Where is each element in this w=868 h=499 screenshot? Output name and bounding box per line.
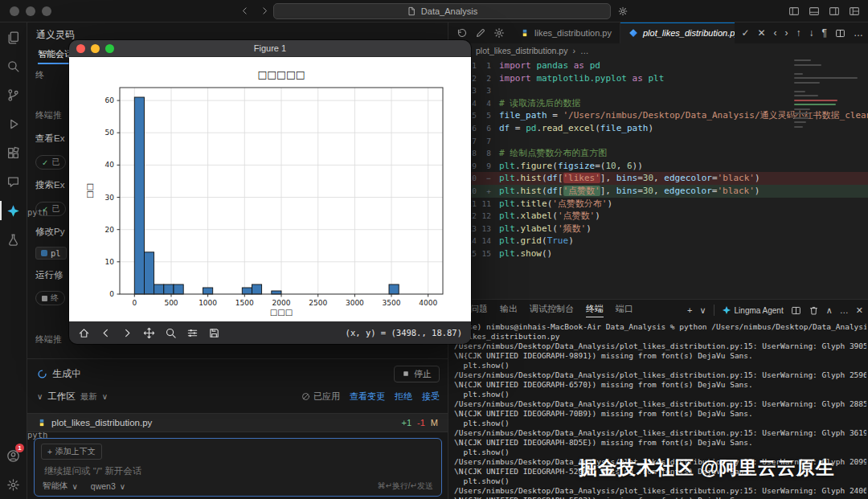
panel-tab-3[interactable]: 调试控制台 bbox=[530, 303, 574, 317]
activity-item-extensions[interactable] bbox=[0, 138, 27, 167]
figure-zoom-icon[interactable] bbox=[105, 44, 114, 53]
toggle-secondary-sidebar-icon[interactable] bbox=[829, 6, 840, 17]
activity-item-lingma[interactable] bbox=[0, 196, 27, 225]
figure-window[interactable]: Figure 1 0500100015002000250030003500400… bbox=[69, 40, 471, 344]
whitespace-icon[interactable]: ¶ bbox=[822, 27, 827, 39]
split-editor-icon[interactable] bbox=[835, 28, 845, 39]
kill-terminal-icon[interactable] bbox=[809, 305, 819, 316]
nav-back-icon[interactable] bbox=[240, 6, 250, 16]
chart-bar bbox=[252, 284, 262, 294]
figure-close-icon[interactable] bbox=[76, 44, 85, 53]
terminal-line: /Users/nimbus/Desktop/Data_Analysis/plot… bbox=[454, 342, 866, 351]
terminal-agent-chip[interactable]: Lingma Agent bbox=[722, 305, 784, 315]
changed-file-name: plot_likes_distribution.py bbox=[51, 418, 152, 427]
new-line-number: 8 bbox=[477, 147, 491, 160]
view-changes-button[interactable]: 查看变更 bbox=[350, 391, 385, 403]
activity-item-testing[interactable] bbox=[0, 225, 27, 254]
code-text: plt.grid(True) bbox=[491, 235, 868, 247]
activity-item-chat[interactable] bbox=[0, 167, 27, 196]
terminal-profile-chevron-icon[interactable]: ∨ bbox=[699, 305, 706, 316]
activity-item-settings[interactable] bbox=[0, 470, 27, 499]
figure-titlebar[interactable]: Figure 1 bbox=[69, 40, 471, 57]
activity-item-search[interactable] bbox=[0, 51, 27, 80]
back-icon[interactable] bbox=[100, 327, 112, 339]
add-context-button[interactable]: + 添加上下文 bbox=[41, 444, 102, 460]
nav-forward-icon[interactable] bbox=[260, 6, 270, 16]
code-token: plt bbox=[499, 223, 515, 234]
zoom-icon[interactable] bbox=[165, 327, 177, 339]
chevron-down-icon[interactable]: ∨ bbox=[102, 392, 108, 401]
figure-minimize-icon[interactable] bbox=[91, 44, 100, 53]
save-figure-icon[interactable] bbox=[208, 327, 220, 339]
panel-tab-2[interactable]: 输出 bbox=[500, 303, 518, 317]
toggle-panel-icon[interactable] bbox=[809, 6, 820, 17]
breadcrumb[interactable]: plot_likes_distribution.py › … bbox=[449, 43, 868, 57]
command-center[interactable]: Data_Analysis bbox=[273, 3, 611, 19]
code-token: df bbox=[499, 123, 510, 133]
agent-selector[interactable]: 智能体 bbox=[43, 481, 68, 492]
stop-button[interactable]: 停止 bbox=[394, 366, 440, 382]
changed-file-row[interactable]: plot_likes_distribution.py +1 -1 M bbox=[27, 413, 448, 432]
command-center-options-icon[interactable] bbox=[617, 6, 628, 17]
x-tick-label: 2000 bbox=[272, 299, 291, 307]
toggle-primary-sidebar-icon[interactable] bbox=[788, 6, 800, 17]
latest-label[interactable]: 最新 bbox=[80, 391, 97, 403]
activity-item-explorer[interactable] bbox=[0, 22, 27, 51]
close-window-icon[interactable] bbox=[10, 6, 19, 16]
new-terminal-icon[interactable]: + bbox=[687, 305, 692, 315]
more-actions-icon[interactable]: … bbox=[854, 27, 863, 39]
code-token: . bbox=[515, 223, 521, 234]
panel-tab-1[interactable]: 问题 bbox=[470, 303, 488, 317]
activity-item-run-debug[interactable] bbox=[0, 109, 27, 138]
panel-tab-5[interactable]: 端口 bbox=[616, 303, 633, 317]
activity-item-account[interactable]: 1 bbox=[0, 441, 27, 470]
new-line-number: 12 bbox=[477, 210, 491, 223]
divider bbox=[714, 305, 714, 316]
prev-diff-icon[interactable]: ↑ bbox=[796, 27, 801, 39]
forward-icon[interactable] bbox=[121, 327, 133, 339]
code-token: as bbox=[574, 60, 584, 71]
figure-canvas[interactable]: 0500100015002000250030003500400001020304… bbox=[69, 57, 471, 321]
prev-change-icon[interactable]: ‹ bbox=[774, 27, 777, 39]
code-token: '点赞数分布' bbox=[552, 198, 607, 209]
chat-input-box[interactable]: + 添加上下文 继续提问或 "/" 新开会话 智能体 ∨ qwen3 ∨ ⌘↵换… bbox=[34, 438, 442, 497]
zoom-window-icon[interactable] bbox=[42, 6, 51, 16]
home-icon[interactable] bbox=[78, 327, 90, 339]
customize-layout-icon[interactable] bbox=[849, 6, 860, 17]
chevron-down-icon[interactable]: ∨ bbox=[120, 482, 125, 491]
editor-tab-1[interactable]: likes_distribution.py bbox=[512, 22, 620, 43]
panel-more-icon[interactable]: … bbox=[840, 305, 849, 315]
chevron-down-icon[interactable]: ∨ bbox=[37, 392, 43, 401]
file-chip[interactable]: pl bbox=[35, 247, 67, 260]
chevron-down-icon[interactable]: ∨ bbox=[72, 482, 78, 491]
accept-changes-icon[interactable]: ✓ bbox=[741, 27, 749, 39]
code-token: . bbox=[515, 186, 521, 196]
new-session-icon[interactable] bbox=[475, 27, 486, 39]
minimize-window-icon[interactable] bbox=[26, 6, 35, 16]
minimap[interactable] bbox=[794, 59, 863, 130]
close-panel-icon[interactable]: ✕ bbox=[856, 305, 863, 316]
panel-tab-4[interactable]: 终端 bbox=[586, 303, 604, 317]
split-terminal-icon[interactable] bbox=[791, 305, 801, 316]
pan-icon[interactable] bbox=[143, 327, 155, 339]
reject-button[interactable]: 拒绝 bbox=[395, 391, 412, 403]
history-icon[interactable] bbox=[457, 27, 468, 39]
terminal-line: \N{CJK UNIFIED IDEOGRAPH-5E03}) missing … bbox=[454, 496, 866, 499]
chart-xlabel: □□□ bbox=[270, 308, 293, 317]
y-tick-label: 30 bbox=[105, 194, 115, 202]
next-change-icon[interactable]: › bbox=[785, 27, 788, 39]
code-token: pandas bbox=[536, 60, 568, 71]
accept-button[interactable]: 接受 bbox=[422, 391, 440, 403]
code-token: , bbox=[653, 186, 664, 196]
tab-smart-chat[interactable]: 智能会话 bbox=[38, 48, 73, 64]
subplots-config-icon[interactable] bbox=[186, 327, 199, 339]
activity-item-source-control[interactable] bbox=[0, 80, 27, 109]
discard-changes-icon[interactable]: ✕ bbox=[757, 27, 765, 39]
code-token: matplotlib.pyplot bbox=[536, 73, 627, 84]
maximize-panel-icon[interactable]: ∧ bbox=[826, 305, 833, 316]
code-token: True bbox=[547, 235, 569, 246]
activity-bar: 1 bbox=[0, 22, 27, 499]
model-selector[interactable]: qwen3 bbox=[91, 481, 116, 491]
editor-settings-icon[interactable] bbox=[493, 27, 505, 39]
next-diff-icon[interactable]: ↓ bbox=[809, 27, 814, 39]
